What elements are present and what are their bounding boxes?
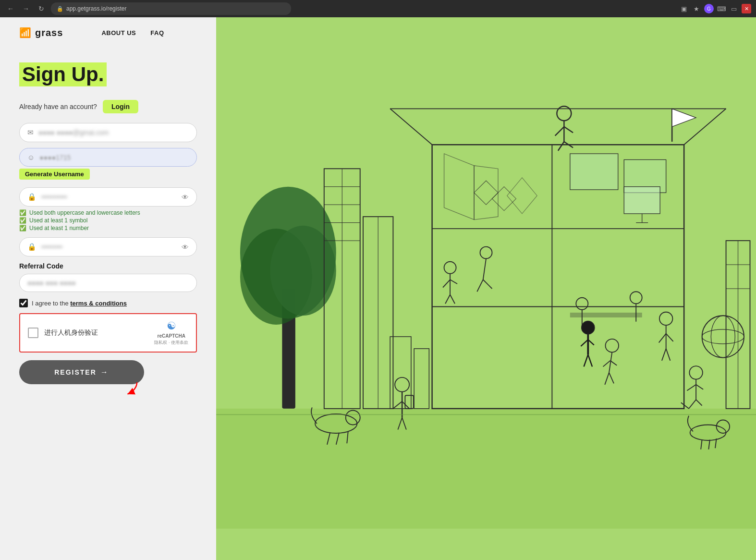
back-button[interactable]: ← [5,3,16,14]
recaptcha-box[interactable]: 进行人机身份验证 ☯ reCAPTCHA 隐私权 · 使用条款 [19,313,197,353]
svg-rect-66 [570,313,642,317]
svg-rect-25 [624,187,660,214]
logo[interactable]: 📶 grass [19,27,63,38]
about-us-link[interactable]: ABOUT US [101,29,136,37]
login-button[interactable]: Login [103,100,138,113]
page-title: Sign Up. [19,62,107,86]
faq-link[interactable]: FAQ [150,29,164,37]
url-text: app.getgrass.io/register [66,5,126,12]
profile-icon[interactable]: G [704,4,714,13]
password-input-wrapper: 🔒 👁 [19,187,197,207]
browser-chrome: ← → ↻ 🔒 app.getgrass.io/register ▣ ★ G ⌨… [0,0,756,17]
extension-icon-2[interactable]: ⌨ [717,4,726,13]
password-input[interactable] [41,193,177,201]
username-group: ☺ Generate Username [19,148,197,182]
already-account-text: Already have an account? [19,103,97,110]
forward-button[interactable]: → [20,3,32,14]
terms-link[interactable]: terms & conditions [70,300,127,307]
recaptcha-brand: reCAPTCHA [158,333,185,339]
recaptcha-checkbox[interactable] [28,328,38,338]
right-panel [216,17,756,560]
svg-rect-1 [216,409,756,529]
confirm-password-group: 🔒 👁 [19,237,197,256]
lock-icon-2: 🔒 [27,243,37,251]
email-input[interactable] [38,129,189,136]
agree-checkbox[interactable] [19,299,28,307]
recaptcha-label: 进行人机身份验证 [44,329,98,337]
browser-action-icons: ▣ ★ G ⌨ ▭ ✕ [679,4,751,13]
arrow-icon: → [100,368,109,377]
extensions-icon[interactable]: ▣ [679,4,689,13]
referral-input-wrapper [19,274,197,292]
puzzle-icon[interactable]: ▭ [729,4,739,13]
user-icon: ☺ [27,153,35,161]
svg-point-5 [270,226,336,316]
password-group: 🔒 👁 ✅ Used both uppercase and lowercase … [19,187,197,231]
logo-text: grass [35,27,63,38]
nav-links: ABOUT US FAQ [101,29,164,37]
password-toggle-icon[interactable]: 👁 [182,193,189,201]
generate-username-button[interactable]: Generate Username [19,169,90,180]
password-hints: ✅ Used both uppercase and lowercase lett… [19,209,197,231]
confirm-password-input[interactable] [41,243,177,251]
star-icon[interactable]: ★ [692,4,701,13]
email-input-wrapper: ✉ [19,123,197,142]
confirm-password-toggle[interactable]: 👁 [182,243,189,251]
logo-icon: 📶 [19,27,31,38]
left-panel: 📶 grass ABOUT US FAQ Sign Up. Already ha… [0,17,216,560]
check-icon-2: ✅ [19,217,26,224]
check-icon-3: ✅ [19,225,26,231]
recaptcha-right: ☯ reCAPTCHA 隐私权 · 使用条款 [154,320,188,346]
illustration [216,17,756,560]
lock-icon: 🔒 [27,193,37,201]
close-tab-icon[interactable]: ✕ [742,4,751,13]
hint-symbol: ✅ Used at least 1 symbol [19,217,197,224]
already-account-row: Already have an account? Login [19,100,197,113]
address-bar[interactable]: 🔒 app.getgrass.io/register [51,2,291,15]
hint-uppercase: ✅ Used both uppercase and lowercase lett… [19,209,197,216]
email-icon: ✉ [27,128,34,137]
username-input[interactable] [39,154,189,161]
reload-button[interactable]: ↻ [36,3,47,14]
recaptcha-links: 隐私权 · 使用条款 [154,340,188,346]
agree-text: I agree to the terms & conditions [32,300,127,307]
page-wrapper: 📶 grass ABOUT US FAQ Sign Up. Already ha… [0,0,756,560]
referral-input[interactable] [27,279,189,287]
username-input-wrapper: ☺ [19,148,197,167]
form-area: Sign Up. Already have an account? Login … [0,48,216,560]
referral-label: Referral Code [19,262,197,270]
hint-number: ✅ Used at least 1 number [19,225,197,231]
recaptcha-left: 进行人机身份验证 [28,328,98,338]
svg-point-88 [582,321,595,334]
recaptcha-logo: ☯ [167,320,176,332]
email-group: ✉ [19,123,197,142]
referral-group: Referral Code [19,262,197,292]
register-btn-wrapper: REGISTER → [19,360,144,384]
navigation: 📶 grass ABOUT US FAQ [0,17,216,48]
check-icon-1: ✅ [19,209,26,216]
svg-rect-23 [570,154,618,190]
confirm-password-wrapper: 🔒 👁 [19,237,197,256]
agree-row: I agree to the terms & conditions [19,299,197,307]
